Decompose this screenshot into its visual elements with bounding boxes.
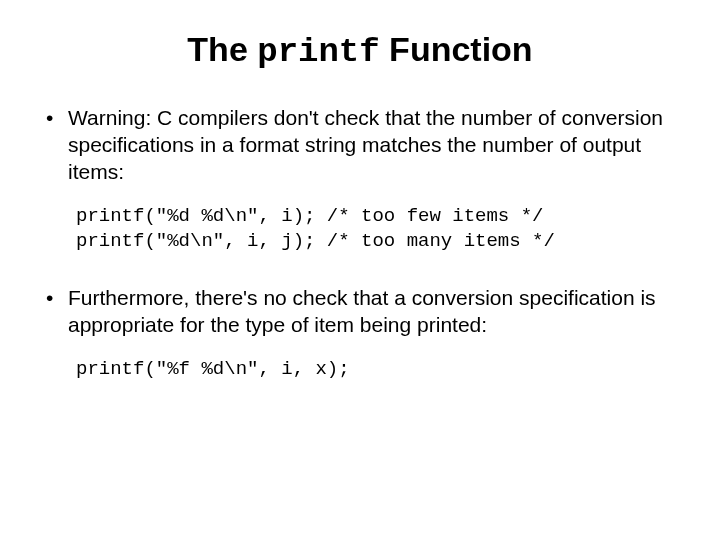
bullet-item: Warning: C compilers don't check that th… [40,105,680,186]
code-block: printf("%d %d\n", i); /* too few items *… [76,204,680,255]
title-suffix: Function [380,30,533,68]
bullet-list: Furthermore, there's no check that a con… [40,285,680,339]
bullet-text: Furthermore, there's no check that a con… [68,286,656,336]
title-prefix: The [187,30,257,68]
slide-title: The printf Function [40,30,680,71]
bullet-text: Warning: C compilers don't check that th… [68,106,663,183]
code-block: printf("%f %d\n", i, x); [76,357,680,383]
bullet-item: Furthermore, there's no check that a con… [40,285,680,339]
bullet-list: Warning: C compilers don't check that th… [40,105,680,186]
title-mono: printf [257,33,379,71]
